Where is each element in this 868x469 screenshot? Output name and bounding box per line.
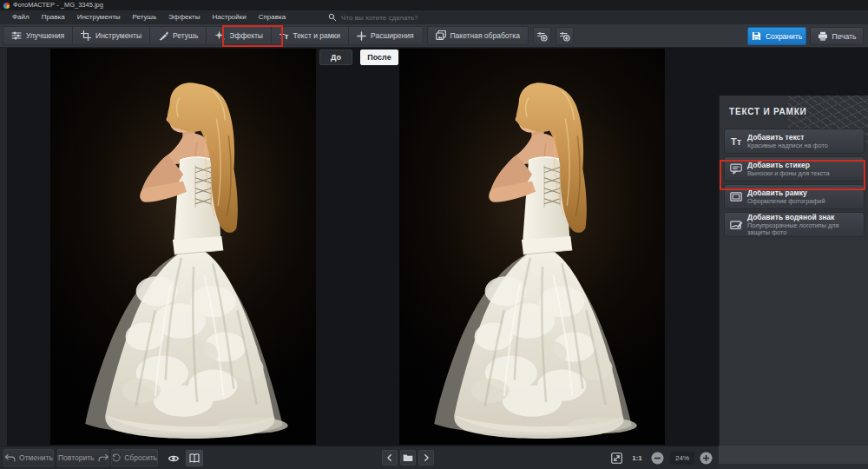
reset-label: Сбросить <box>124 453 157 462</box>
wand-icon <box>214 30 225 41</box>
prev-photo-button[interactable] <box>382 450 398 466</box>
option-add-frame[interactable]: Добавить рамку Оформление фотографий <box>724 184 865 209</box>
panel-options: Tт Добавить текст Красивые надписи на фо… <box>724 129 865 240</box>
save-button[interactable]: Сохранить <box>747 27 806 45</box>
search-icon <box>328 13 337 22</box>
tab-label: Пакетная обработка <box>450 31 520 40</box>
minus-icon <box>651 452 664 465</box>
open-folder-button[interactable] <box>400 450 416 466</box>
option-subtitle: Оформление фотографий <box>747 198 825 205</box>
panel-title: ТЕКСТ И РАМКИ <box>720 96 868 116</box>
print-button[interactable]: Печать <box>810 27 864 45</box>
zoom-out-button[interactable] <box>651 452 664 465</box>
after-button[interactable]: После <box>360 50 398 65</box>
menu-help[interactable]: Справка <box>253 10 292 24</box>
before-button[interactable]: До <box>319 50 352 65</box>
search-placeholder: Что вы хотите сделать? <box>341 14 418 22</box>
menu-effects[interactable]: Эффекты <box>162 10 206 24</box>
menubar: Файл Правка Инструменты Ретушь Эффекты Н… <box>0 10 868 24</box>
frame-icon <box>725 191 747 202</box>
tab-retouch[interactable]: Ретушь <box>149 26 206 45</box>
sticker-icon <box>725 163 747 175</box>
print-label: Печать <box>832 32 857 41</box>
actual-size-button[interactable]: 1:1 <box>628 452 646 465</box>
tab-tools[interactable]: Инструменты <box>72 26 149 45</box>
fit-screen-icon <box>611 452 622 464</box>
option-subtitle: Выноски и фоны для текста <box>747 170 830 177</box>
option-title: Добавить рамку <box>747 189 825 197</box>
panel-footer-edge <box>719 464 868 469</box>
menu-settings[interactable]: Настройки <box>206 10 252 24</box>
window-title: ФотоМАСТЕР - _MG_3345.jpg <box>13 0 103 10</box>
compare-view-button[interactable] <box>186 450 203 466</box>
menu-file[interactable]: Файл <box>6 10 36 24</box>
tab-extensions[interactable]: Расширения <box>348 26 421 45</box>
photo-before[interactable] <box>50 49 316 445</box>
text-tool-icon: Tт <box>279 31 288 41</box>
redo-button[interactable]: Повторить <box>57 449 109 466</box>
preset-export-button[interactable] <box>556 27 574 45</box>
tab-label: Текст и рамки <box>293 31 340 40</box>
tab-label: Улучшения <box>26 31 64 40</box>
tab-label: Ретушь <box>173 31 198 40</box>
tab-label: Эффекты <box>229 31 263 40</box>
folder-icon <box>403 453 413 462</box>
preset-add-button[interactable] <box>533 27 551 45</box>
crop-icon <box>81 30 91 41</box>
option-add-text[interactable]: Tт Добавить текст Красивые надписи на фо… <box>724 129 865 154</box>
app-logo-icon <box>3 3 10 9</box>
option-add-sticker[interactable]: Добавить стикер Выноски и фоны для текст… <box>724 156 865 182</box>
tab-enhancements[interactable]: Улучшения <box>3 26 72 45</box>
bride-photo-illustration <box>399 49 665 445</box>
tab-text-frames[interactable]: Tт Текст и рамки <box>271 26 348 45</box>
text-frames-panel: ТЕКСТ И РАМКИ Tт Добавить текст Красивые… <box>719 96 868 469</box>
add-text-icon: Tт <box>725 136 747 147</box>
toolbar: Улучшения Инструменты Ретушь Эффекты Tт … <box>0 24 868 48</box>
canvas-edge <box>0 48 7 446</box>
show-original-button[interactable] <box>165 450 182 466</box>
option-add-watermark[interactable]: Добавить водяной знак Полупрозрачные лог… <box>724 212 865 237</box>
app-window: ФотоМАСТЕР - _MG_3345.jpg Файл Правка Ин… <box>0 0 868 469</box>
tab-batch-processing[interactable]: Пакетная обработка <box>427 26 529 45</box>
redo-label: Повторить <box>58 453 95 462</box>
photo-after[interactable] <box>399 49 665 445</box>
before-after-toggle: До После <box>319 50 398 65</box>
search-box[interactable]: Что вы хотите сделать? <box>328 13 418 22</box>
plus-icon <box>700 452 713 465</box>
menu-retouch[interactable]: Ретушь <box>127 10 163 24</box>
brush-icon <box>158 30 168 41</box>
tab-effects[interactable]: Эффекты <box>206 26 271 45</box>
tab-label: Расширения <box>371 31 413 40</box>
menu-tools[interactable]: Инструменты <box>71 10 127 24</box>
redo-icon <box>98 453 109 463</box>
eye-icon <box>168 453 180 464</box>
panel-footer <box>719 446 868 469</box>
reset-icon <box>112 452 121 463</box>
watermark-icon <box>725 219 747 231</box>
undo-icon <box>4 453 16 463</box>
option-subtitle: Полупрозрачные логотипы для защиты фото <box>747 222 862 236</box>
sliders-icon <box>11 30 22 41</box>
preset-export-icon <box>559 30 570 42</box>
option-subtitle: Красивые надписи на фото <box>747 142 828 149</box>
tab-label: Инструменты <box>95 31 141 40</box>
next-photo-button[interactable] <box>418 450 434 466</box>
chevron-right-icon <box>422 453 431 462</box>
compare-pages-icon <box>189 453 200 464</box>
zoom-in-button[interactable] <box>700 452 713 465</box>
option-title: Добавить водяной знак <box>747 214 862 221</box>
chevron-left-icon <box>385 453 394 462</box>
save-label: Сохранить <box>766 32 802 41</box>
reset-button[interactable]: Сбросить <box>111 449 158 466</box>
zoom-level: 24% <box>670 452 694 465</box>
undo-button[interactable]: Отменить <box>3 449 54 466</box>
batch-icon <box>436 30 446 41</box>
option-title: Добавить текст <box>747 134 828 142</box>
fit-screen-button[interactable] <box>608 450 624 466</box>
menu-edit[interactable]: Правка <box>36 10 71 24</box>
print-icon <box>818 31 828 42</box>
plus-icon <box>357 31 366 41</box>
bride-photo-illustration <box>50 49 316 445</box>
titlebar: ФотоМАСТЕР - _MG_3345.jpg <box>0 0 868 10</box>
preset-add-icon <box>536 30 548 42</box>
